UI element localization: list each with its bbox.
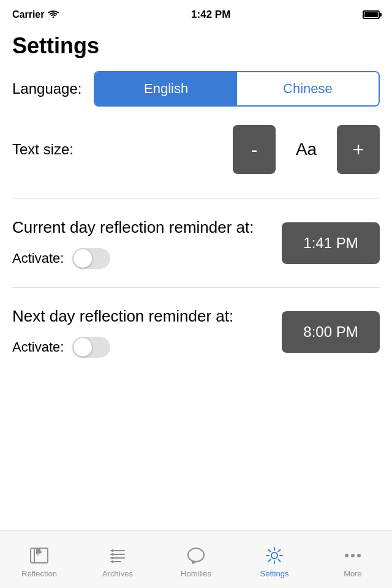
- next-day-time-button[interactable]: 8:00 PM: [282, 311, 380, 353]
- next-day-toggle-knob: [74, 338, 92, 356]
- tab-settings-label: Settings: [260, 569, 289, 578]
- language-label: Language:: [12, 80, 81, 97]
- current-day-time-button[interactable]: 1:41 PM: [282, 222, 380, 264]
- tab-bar: Reflection Archives Homilies: [0, 530, 392, 588]
- svg-point-24: [357, 554, 361, 557]
- carrier-info: Carrier: [12, 9, 59, 20]
- tab-settings[interactable]: Settings: [235, 541, 314, 578]
- tab-archives[interactable]: Archives: [78, 541, 157, 578]
- more-icon: [343, 546, 363, 565]
- divider-1: [12, 198, 380, 199]
- svg-point-12: [188, 548, 204, 562]
- page-title: Settings: [0, 27, 392, 71]
- next-day-activate-row: Activate:: [12, 337, 282, 358]
- svg-line-20: [279, 549, 281, 551]
- svg-line-18: [269, 549, 271, 551]
- status-time: 1:42 PM: [191, 9, 230, 21]
- battery-indicator: [363, 10, 380, 19]
- svg-point-23: [351, 554, 355, 557]
- next-day-activate-label: Activate:: [12, 339, 64, 355]
- svg-point-10: [111, 557, 114, 559]
- tab-reflection[interactable]: Reflection: [0, 541, 78, 578]
- svg-line-19: [279, 559, 281, 561]
- toggle-knob: [74, 249, 92, 268]
- svg-point-11: [111, 560, 114, 563]
- current-day-reminder-title: Current day reflection reminder at:: [12, 217, 282, 238]
- text-size-label: Text size:: [12, 141, 74, 158]
- text-size-controls: - Aa +: [233, 125, 380, 174]
- text-size-decrease-button[interactable]: -: [233, 125, 276, 174]
- homilies-icon: [186, 546, 206, 565]
- next-day-reminder-section: Next day reflection reminder at: Activat…: [12, 306, 380, 358]
- settings-icon: [265, 546, 284, 565]
- language-row: Language: English Chinese: [12, 71, 380, 107]
- language-chinese-button[interactable]: Chinese: [237, 72, 379, 105]
- tab-homilies[interactable]: Homilies: [157, 541, 235, 578]
- divider-2: [12, 287, 380, 288]
- tab-more-label: More: [344, 569, 362, 578]
- svg-point-22: [345, 554, 349, 557]
- current-day-reminder-text: Current day reflection reminder at: Acti…: [12, 217, 282, 269]
- status-bar: Carrier 1:42 PM: [0, 0, 392, 27]
- carrier-label: Carrier: [12, 9, 44, 20]
- svg-point-8: [111, 549, 114, 552]
- next-day-activate-toggle[interactable]: [72, 337, 110, 358]
- svg-point-13: [271, 552, 277, 559]
- battery-icon: [363, 10, 380, 19]
- text-size-preview: Aa: [288, 140, 325, 159]
- settings-content: Language: English Chinese Text size: - A…: [0, 71, 392, 358]
- text-size-row: Text size: - Aa +: [12, 125, 380, 174]
- language-toggle: English Chinese: [94, 71, 380, 107]
- tab-archives-label: Archives: [102, 569, 133, 578]
- current-day-activate-row: Activate:: [12, 248, 282, 269]
- text-size-increase-button[interactable]: +: [337, 125, 380, 174]
- current-day-activate-label: Activate:: [12, 251, 64, 266]
- language-english-button[interactable]: English: [95, 72, 236, 105]
- svg-point-9: [111, 553, 114, 556]
- tab-reflection-label: Reflection: [21, 569, 57, 578]
- current-day-activate-toggle[interactable]: [72, 248, 110, 269]
- archives-icon: [108, 546, 127, 565]
- tab-homilies-label: Homilies: [181, 569, 211, 578]
- next-day-reminder-title: Next day reflection reminder at:: [12, 306, 282, 327]
- next-day-reminder-text: Next day reflection reminder at: Activat…: [12, 306, 282, 358]
- current-day-reminder-section: Current day reflection reminder at: Acti…: [12, 217, 380, 269]
- tab-more[interactable]: More: [314, 541, 392, 578]
- svg-line-21: [269, 559, 271, 561]
- reflection-icon: [29, 546, 49, 565]
- wifi-icon: [48, 10, 59, 19]
